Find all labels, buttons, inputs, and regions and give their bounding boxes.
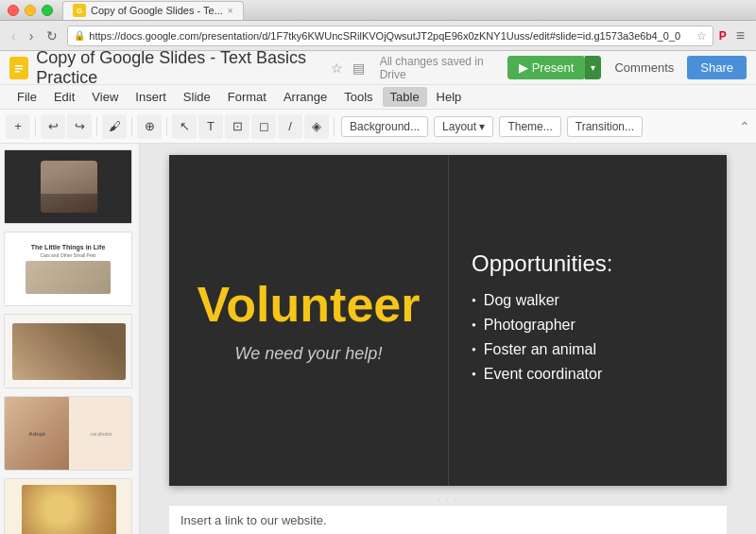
slide-thumbnail-11[interactable]: Adopt cat photos bbox=[4, 396, 132, 471]
tab-close-button[interactable]: × bbox=[228, 6, 233, 16]
share-button[interactable]: Share bbox=[687, 56, 747, 79]
address-bar: ‹ › ↻ 🔒 https://docs.google.com/presenta… bbox=[0, 21, 756, 51]
present-dropdown-button[interactable]: ▾ bbox=[585, 56, 601, 79]
insert-line-button[interactable]: / bbox=[278, 114, 302, 139]
speaker-notes[interactable]: Insert a link to our website. bbox=[169, 505, 727, 534]
insert-image-button[interactable]: ⊡ bbox=[225, 114, 249, 139]
url-text: https://docs.google.com/presentation/d/1… bbox=[89, 30, 692, 42]
opportunity-item-4[interactable]: ● Event coordinator bbox=[472, 366, 704, 383]
menu-insert[interactable]: Insert bbox=[128, 87, 174, 107]
maximize-window-button[interactable] bbox=[42, 5, 53, 16]
browser-tab[interactable]: G Copy of Google Slides - Te... × bbox=[62, 1, 244, 20]
opportunity-list: ● Dog walker ● Photographer ● Foster an … bbox=[472, 292, 704, 390]
window-controls bbox=[8, 5, 53, 16]
browser-tab-bar: G Copy of Google Slides - Te... × bbox=[62, 1, 748, 20]
minimize-window-button[interactable] bbox=[25, 5, 36, 16]
opportunities-title[interactable]: Opportunities: bbox=[472, 250, 704, 277]
menu-format[interactable]: Format bbox=[220, 87, 274, 107]
theme-button[interactable]: Theme... bbox=[499, 116, 560, 137]
svg-rect-3 bbox=[15, 71, 20, 73]
comments-button[interactable]: Comments bbox=[607, 57, 681, 78]
transition-button[interactable]: Transition... bbox=[567, 116, 643, 137]
slide-thumbnail-12[interactable] bbox=[4, 478, 132, 534]
paint-format-button[interactable]: 🖌 bbox=[102, 114, 127, 139]
opportunity-item-1[interactable]: ● Dog walker bbox=[472, 292, 704, 309]
menu-help[interactable]: Help bbox=[429, 87, 470, 107]
slide-left-panel: Volunteer We need your help! bbox=[169, 155, 448, 486]
opportunity-item-3[interactable]: ● Foster an animal bbox=[472, 341, 704, 358]
insert-object-button[interactable]: ◈ bbox=[304, 114, 329, 139]
menu-table[interactable]: Table bbox=[383, 87, 427, 107]
zoom-control-button[interactable]: ⊕ bbox=[137, 114, 162, 139]
resize-handle[interactable]: · · · bbox=[169, 497, 727, 505]
thumb-9-subtitle: Cats and Other Small Pets bbox=[40, 252, 95, 258]
slide-thumbnail-8[interactable] bbox=[4, 149, 132, 224]
menu-view[interactable]: View bbox=[84, 87, 126, 107]
folder-icon[interactable]: ▤ bbox=[352, 60, 365, 76]
present-icon: ▶ bbox=[519, 60, 528, 75]
cursor-button[interactable]: ↖ bbox=[172, 114, 197, 139]
bullet-1: ● bbox=[472, 296, 476, 304]
save-status: All changes saved in Drive bbox=[380, 55, 492, 81]
menu-tools[interactable]: Tools bbox=[336, 87, 380, 107]
browser-menu-button[interactable]: ≡ bbox=[732, 26, 748, 46]
slide-thumbnail-9[interactable]: The Little Things in Life Cats and Other… bbox=[4, 232, 132, 306]
slide-thumbnail-10[interactable] bbox=[4, 314, 132, 388]
favorite-star-icon[interactable]: ☆ bbox=[331, 60, 343, 76]
bookmark-star-icon[interactable]: ☆ bbox=[696, 29, 707, 43]
volunteer-heading[interactable]: Volunteer bbox=[198, 276, 421, 333]
collapse-toolbar-button[interactable]: ⌃ bbox=[739, 119, 750, 134]
menu-bar: File Edit View Insert Slide Format Arran… bbox=[0, 85, 756, 110]
forward-button[interactable]: › bbox=[26, 26, 38, 45]
tab-label: Copy of Google Slides - Te... bbox=[91, 5, 223, 16]
redo-button[interactable]: ↪ bbox=[67, 114, 92, 139]
opportunity-item-2[interactable]: ● Photographer bbox=[472, 317, 704, 334]
slide-row-11: 11 Adopt cat photos bbox=[4, 396, 135, 474]
slide-subtitle[interactable]: We need your help! bbox=[235, 344, 383, 364]
insert-shape-dropdown[interactable]: ◻ bbox=[251, 114, 276, 139]
refresh-button[interactable]: ↻ bbox=[43, 26, 61, 45]
undo-button[interactable]: ↩ bbox=[41, 114, 65, 139]
slide-row-9: 9 The Little Things in Life Cats and Oth… bbox=[4, 232, 135, 310]
thumb-9-title: The Little Things in Life bbox=[31, 244, 106, 250]
present-button[interactable]: ▶ Present bbox=[507, 56, 586, 79]
app-header: Copy of Google Slides - Text Basics Prac… bbox=[0, 51, 756, 85]
app-logo bbox=[9, 57, 28, 79]
text-box-button[interactable]: T bbox=[198, 114, 223, 139]
svg-rect-1 bbox=[15, 65, 23, 67]
slide-right-panel: Opportunities: ● Dog walker ● Photograph… bbox=[448, 155, 727, 486]
titlebar: G Copy of Google Slides - Te... × bbox=[0, 0, 756, 21]
ssl-lock-icon: 🔒 bbox=[74, 30, 85, 41]
menu-arrange[interactable]: Arrange bbox=[276, 87, 335, 107]
bullet-3: ● bbox=[472, 345, 476, 353]
slide-row-10: 10 bbox=[4, 314, 135, 392]
main-area: 8 9 The Little Things in Life Cats and O… bbox=[0, 144, 756, 534]
slide-row-12: 12 bbox=[4, 478, 135, 534]
back-button[interactable]: ‹ bbox=[8, 26, 20, 45]
toolbar: + ↩ ↪ 🖌 ⊕ ↖ T ⊡ ◻ / ◈ Background... Layo… bbox=[0, 110, 756, 144]
menu-file[interactable]: File bbox=[9, 87, 44, 107]
menu-edit[interactable]: Edit bbox=[46, 87, 82, 107]
zoom-in-button[interactable]: + bbox=[6, 114, 30, 139]
url-bar[interactable]: 🔒 https://docs.google.com/presentation/d… bbox=[67, 26, 713, 46]
layout-button[interactable]: Layout ▾ bbox=[434, 116, 493, 137]
menu-slide[interactable]: Slide bbox=[176, 87, 218, 107]
tab-favicon: G bbox=[73, 4, 86, 17]
background-button[interactable]: Background... bbox=[341, 116, 428, 137]
slide-panel: 8 9 The Little Things in Life Cats and O… bbox=[0, 144, 140, 534]
svg-rect-2 bbox=[15, 68, 23, 70]
document-title: Copy of Google Slides - Text Basics Prac… bbox=[36, 48, 318, 88]
pinterest-icon[interactable]: P bbox=[719, 29, 727, 43]
bullet-2: ● bbox=[472, 320, 476, 329]
slide-row-8: 8 bbox=[4, 149, 135, 228]
slide-canvas[interactable]: Volunteer We need your help! Opportuniti… bbox=[169, 155, 727, 486]
bullet-4: ● bbox=[472, 370, 476, 378]
close-window-button[interactable] bbox=[8, 5, 19, 16]
speaker-notes-text: Insert a link to our website. bbox=[180, 513, 327, 527]
canvas-area: Volunteer We need your help! Opportuniti… bbox=[140, 144, 756, 534]
